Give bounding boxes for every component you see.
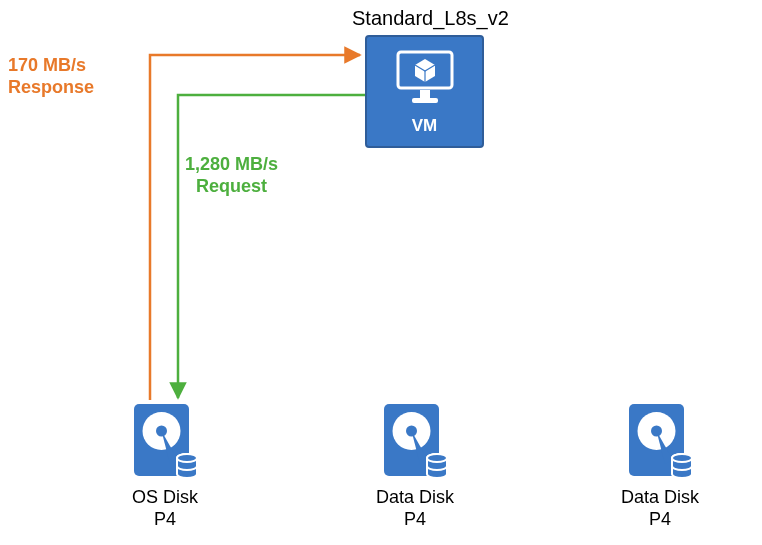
disk-node bbox=[380, 402, 450, 482]
request-caption: Request bbox=[185, 176, 278, 198]
vm-label: VM bbox=[412, 116, 438, 136]
disk-drive-icon bbox=[625, 468, 695, 485]
disk-sku-label: P4 bbox=[110, 509, 220, 531]
svg-rect-1 bbox=[420, 90, 430, 98]
vm-monitor-icon bbox=[394, 48, 456, 110]
request-rate: 1,280 MB/s bbox=[185, 154, 278, 176]
svg-point-16 bbox=[427, 454, 447, 462]
vm-sku-title: Standard_L8s_v2 bbox=[352, 6, 509, 30]
vm-node: VM bbox=[365, 35, 484, 148]
response-rate: 170 MB/s bbox=[8, 55, 94, 77]
disk-name-label: Data Disk bbox=[360, 487, 470, 509]
disk-sku-label: P4 bbox=[360, 509, 470, 531]
svg-point-22 bbox=[672, 454, 692, 462]
disk-sku-label: P4 bbox=[605, 509, 715, 531]
disk-name-label: OS Disk bbox=[110, 487, 220, 509]
disk-drive-icon bbox=[130, 468, 200, 485]
request-label: 1,280 MB/s Request bbox=[185, 154, 278, 197]
disk-node bbox=[625, 402, 695, 482]
disk-name-label: Data Disk bbox=[605, 487, 715, 509]
response-caption: Response bbox=[8, 77, 94, 99]
response-label: 170 MB/s Response bbox=[8, 55, 94, 98]
response-arrow bbox=[150, 55, 360, 400]
disk-node bbox=[130, 402, 200, 482]
disk-drive-icon bbox=[380, 468, 450, 485]
request-arrow bbox=[178, 95, 365, 398]
svg-point-10 bbox=[177, 454, 197, 462]
svg-rect-2 bbox=[412, 98, 438, 103]
